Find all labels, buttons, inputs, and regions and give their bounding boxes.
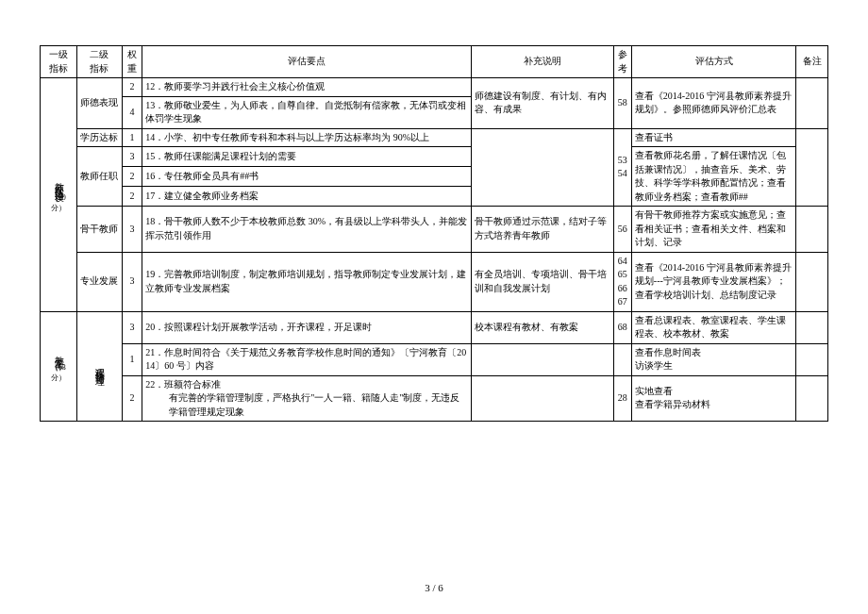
l2-cell: 师德表现 [76,78,122,129]
header-rm: 备注 [796,46,828,78]
header-pt: 评估要点 [142,46,472,78]
pt-cell: 17．建立健全教师业务档案 [142,187,472,207]
l2-cell: 课程学籍管理 [76,311,122,422]
header-l1: 一级 指标 [41,46,77,78]
l2-cell: 学历达标 [76,128,122,147]
table-header-row: 一级 指标 二级 指标 权 重 评估要点 补充说明 参 考 评估方式 备注 [41,46,828,78]
wt-cell: 1 [122,128,142,147]
rm-cell [796,128,828,207]
rm-cell [796,207,828,253]
wt-cell: 4 [122,96,142,128]
sp-cell: 有全员培训、专项培训、骨干培训和自我发展计划 [472,252,613,311]
rf-cell [613,343,631,375]
header-sp: 补充说明 [472,46,613,78]
header-mt: 评估方式 [631,46,795,78]
header-l2: 二级 指标 [76,46,122,78]
sp-cell: 校本课程有教材、有教案 [472,311,613,343]
pt-cell: 20．按照课程计划开展教学活动，开齐课程，开足课时 [142,311,472,343]
pt-cell: 18．骨干教师人数不少于本校教师总数 30%，有县级以上学科带头人，并能发挥示范… [142,207,472,253]
sp-cell: 师德建设有制度、有计划、有内容、有成果 [472,78,613,129]
rf-cell: 58 [613,78,631,129]
wt-cell: 3 [122,147,142,167]
rm-cell [796,343,828,375]
evaluation-table: 一级 指标 二级 指标 权 重 评估要点 补充说明 参 考 评估方式 备注 教师… [40,45,828,422]
pt-cell: 15．教师任课能满足课程计划的需要 [142,147,472,167]
table-row: 教师队伍建设 （20 分） 师德表现 2 12．教师要学习并践行社会主义核心价值… [41,78,828,97]
mt-cell: 查看教师花名册，了解任课情况〔包括兼课情况〕，抽查音乐、美术、劳技、科学等学科教… [631,147,795,207]
wt-cell: 3 [122,311,142,343]
rf-cell: 56 [613,207,631,253]
pt-cell: 19．完善教师培训制度，制定教师培训规划，指导教师制定专业发展计划，建立教师专业… [142,252,472,311]
mt-cell: 有骨干教师推荐方案或实施意见；查看相关证书；查看相关文件、档案和计划、记录 [631,207,795,253]
rf-cell: 28 [613,375,631,422]
page-number: 3 / 6 [0,582,868,593]
mt-cell: 实地查看 查看学籍异动材料 [631,375,795,422]
wt-cell: 2 [122,375,142,422]
table-row: 2 22．班额符合标准 有完善的学籍管理制度，严格执行"一人一籍、籍随人走"制度… [41,375,828,422]
rm-cell [796,252,828,311]
table-row: 1 21．作息时间符合《关于规范义务教育学校作息时间的通知》〔宁河教育〔2014… [41,343,828,375]
pt-cell: 16．专任教师全员具有##书 [142,167,472,187]
sp-cell [472,375,613,422]
sp-cell [472,128,613,207]
table-row: 教学工作 （63 分） 课程学籍管理 3 20．按照课程计划开展教学活动，开齐课… [41,311,828,343]
rm-cell [796,311,828,343]
wt-cell: 3 [122,252,142,311]
mt-cell: 查看《2014-2016 宁河县教师素养提升规划---宁河县教师专业发展档案》；… [631,252,795,311]
pt-cell: 13．教师敬业爱生，为人师表，自尊自律。自觉抵制有偿家教，无体罚或变相体罚学生现… [142,96,472,128]
sp-cell: 骨干教师通过示范课，结对子等方式培养青年教师 [472,207,613,253]
l1-cell: 教师队伍建设 （20 分） [41,78,77,312]
pt-cell: 22．班额符合标准 有完善的学籍管理制度，严格执行"一人一籍、籍随人走"制度，无… [142,375,472,422]
header-rf: 参 考 [613,46,631,78]
mt-cell: 查看证书 [631,128,795,147]
wt-cell: 1 [122,343,142,375]
sp-cell [472,343,613,375]
table-row: 学历达标 1 14．小学、初中专任教师专科和本科与以上学历达标率均为 90%以上… [41,128,828,147]
wt-cell: 2 [122,78,142,97]
l2-cell: 专业发展 [76,252,122,311]
table-row: 专业发展 3 19．完善教师培训制度，制定教师培训规划，指导教师制定专业发展计划… [41,252,828,311]
table-row: 骨干教师 3 18．骨干教师人数不少于本校教师总数 30%，有县级以上学科带头人… [41,207,828,253]
rf-cell: 68 [613,311,631,343]
pt-cell: 21．作息时间符合《关于规范义务教育学校作息时间的通知》〔宁河教育〔2014〕6… [142,343,472,375]
l2-cell: 骨干教师 [76,207,122,253]
rm-cell [796,375,828,422]
rf-cell: 53 54 [613,128,631,207]
rm-cell [796,78,828,129]
wt-cell: 3 [122,207,142,253]
mt-cell: 查看《2014-2016 宁河县教师素养提升规划》。参照师德师风评价汇总表 [631,78,795,129]
pt-cell: 12．教师要学习并践行社会主义核心价值观 [142,78,472,97]
wt-cell: 2 [122,187,142,207]
mt-cell: 查看作息时间表 访谈学生 [631,343,795,375]
l2-cell: 教师任职 [76,147,122,207]
table-row: 教师任职 3 15．教师任课能满足课程计划的需要 查看教师花名册，了解任课情况〔… [41,147,828,167]
pt-cell: 14．小学、初中专任教师专科和本科与以上学历达标率均为 90%以上 [142,128,472,147]
document-page: 一级 指标 二级 指标 权 重 评估要点 补充说明 参 考 评估方式 备注 教师… [0,0,868,614]
wt-cell: 2 [122,167,142,187]
header-wt: 权 重 [122,46,142,78]
l1-cell: 教学工作 （63 分） [41,311,77,422]
rf-cell: 64 65 66 67 [613,252,631,311]
mt-cell: 查看总课程表、教室课程表、学生课程表、校本教材、教案 [631,311,795,343]
